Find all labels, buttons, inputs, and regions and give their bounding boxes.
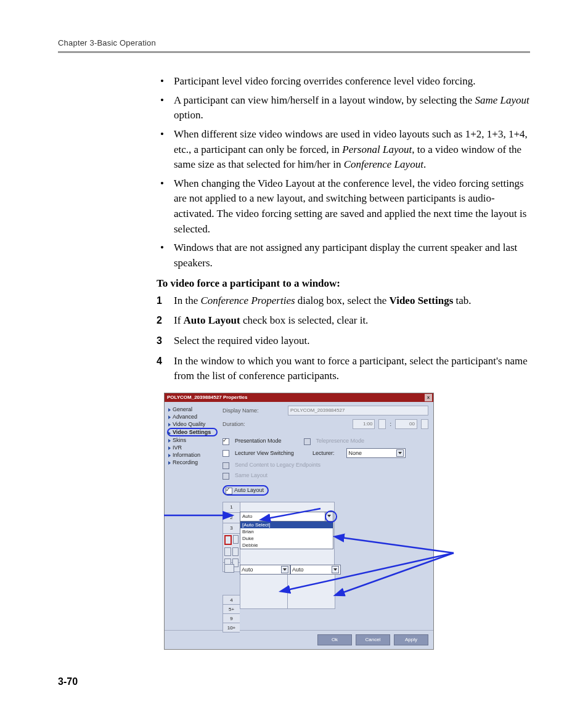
- close-icon[interactable]: x: [425, 394, 432, 401]
- sidebar-item-video-settings[interactable]: Video Settings: [167, 428, 218, 436]
- duration-hours-spinner[interactable]: [378, 419, 386, 429]
- layout-icon[interactable]: [224, 564, 234, 573]
- telepresence-mode-label: Telepresence Mode: [316, 438, 365, 444]
- layout-icon[interactable]: [232, 547, 239, 556]
- sidebar-item-information[interactable]: Information: [168, 451, 218, 459]
- sidebar-item-video-quality[interactable]: Video Quality: [168, 420, 218, 428]
- auto-layout-checkbox[interactable]: [226, 488, 232, 494]
- dialog-title: POLYCOM_2039884527 Properties: [167, 395, 247, 400]
- step-item: 1In the Conference Properties dialog box…: [157, 293, 530, 309]
- lecturer-view-label: Lecturer View Switching: [235, 450, 294, 456]
- auto-layout-option[interactable]: Auto Layout: [223, 485, 269, 496]
- sidebar-item-general[interactable]: General: [168, 406, 218, 413]
- chevron-down-icon: [332, 566, 339, 573]
- participant-dropdown-value: Auto: [240, 512, 325, 521]
- page-number: 3-70: [58, 676, 78, 687]
- apply-button[interactable]: Apply: [394, 634, 428, 645]
- step-item: 2If Auto Layout check box is selected, c…: [157, 313, 530, 329]
- sidebar-item-advanced[interactable]: Advanced: [168, 413, 218, 420]
- layout-tab-9[interactable]: 9: [223, 613, 240, 623]
- duration-label: Duration:: [223, 421, 284, 427]
- same-layout-label: Same Layout: [235, 472, 267, 478]
- display-name-label: Display Name:: [223, 407, 284, 414]
- telepresence-mode-checkbox[interactable]: [304, 438, 311, 445]
- dialog-figure: POLYCOM_2039884527 Properties x General …: [164, 393, 530, 650]
- step-item: 4In the window to which you want to forc…: [157, 354, 530, 384]
- layout-tab-1[interactable]: 1: [223, 502, 240, 513]
- ok-button[interactable]: Ok: [317, 634, 352, 645]
- bullet-item: Windows that are not assigned any partic…: [157, 240, 530, 271]
- duration-minutes-field[interactable]: 00: [395, 419, 417, 429]
- lecturer-select[interactable]: None: [346, 448, 406, 458]
- layout-tab-3[interactable]: 3: [223, 523, 240, 534]
- participant-dropdown[interactable]: Auto [Auto Select] Brian Duke Debbie: [240, 512, 333, 549]
- layout-tab-10plus[interactable]: 10+: [223, 623, 240, 632]
- presentation-mode-checkbox[interactable]: [223, 438, 229, 445]
- lecturer-label: Lecturer:: [312, 450, 335, 456]
- lower-left-select[interactable]: Auto: [240, 565, 290, 575]
- cancel-button[interactable]: Cancel: [356, 634, 390, 645]
- properties-dialog: POLYCOM_2039884527 Properties x General …: [164, 393, 434, 650]
- chevron-down-icon: [281, 566, 288, 573]
- page: Chapter 3-Basic Operation Participant le…: [0, 0, 588, 712]
- duration-hours-field[interactable]: 1:00: [353, 419, 375, 429]
- bullet-list: Participant level video forcing override…: [157, 74, 530, 271]
- bullet-item: When changing the Video Layout at the co…: [157, 176, 530, 237]
- sidebar-item-skins[interactable]: Skins: [168, 436, 218, 444]
- sidebar-item-recording[interactable]: Recording: [168, 459, 218, 466]
- step-item: 3Select the required video layout.: [157, 333, 530, 349]
- chapter-header: Chapter 3-Basic Operation: [58, 38, 530, 47]
- send-content-checkbox: [223, 462, 229, 469]
- presentation-mode-label: Presentation Mode: [235, 438, 282, 444]
- bullet-item: Participant level video forcing override…: [157, 74, 530, 89]
- dialog-main-pane: Display Name: POLYCOM_2039884527 Duratio…: [223, 406, 428, 630]
- callout-circle: [325, 510, 337, 523]
- auto-layout-label: Auto Layout: [234, 487, 264, 493]
- layout-tab-4[interactable]: 4: [223, 595, 240, 605]
- dropdown-option[interactable]: Duke: [240, 535, 333, 542]
- layout-tab-5plus[interactable]: 5+: [223, 604, 240, 614]
- same-layout-checkbox: [223, 473, 229, 480]
- lecturer-view-checkbox[interactable]: [223, 450, 229, 457]
- participant-dropdown-list: [Auto Select] Brian Duke Debbie: [240, 522, 333, 549]
- dialog-titlebar: POLYCOM_2039884527 Properties x: [165, 393, 433, 402]
- send-content-label: Send Content to Legacy Endpoints: [235, 462, 321, 468]
- display-name-field[interactable]: POLYCOM_2039884527: [288, 406, 428, 415]
- sidebar-item-ivr[interactable]: IVR: [168, 444, 218, 451]
- header-rule: [58, 51, 530, 53]
- body-text: Participant level video forcing override…: [157, 74, 530, 650]
- layout-tab-2[interactable]: 2: [223, 512, 240, 523]
- chevron-down-icon: [396, 449, 404, 457]
- bullet-item: A participant can view him/herself in a …: [157, 93, 530, 123]
- steps-list: 1In the Conference Properties dialog box…: [157, 293, 530, 384]
- layout-icon[interactable]: [224, 535, 232, 545]
- duration-separator: :: [390, 421, 391, 427]
- procedure-heading: To video force a participant to a window…: [157, 277, 530, 290]
- lower-selects: Auto Auto: [240, 565, 341, 575]
- dropdown-option[interactable]: Brian: [240, 528, 333, 535]
- bullet-item: When different size video windows are us…: [157, 127, 530, 173]
- lower-right-select[interactable]: Auto: [290, 565, 341, 575]
- layout-icon[interactable]: [224, 547, 231, 556]
- duration-minutes-spinner[interactable]: [421, 419, 428, 429]
- dropdown-option[interactable]: [Auto Select]: [240, 522, 333, 528]
- layout-icon[interactable]: [233, 535, 239, 544]
- dropdown-option[interactable]: Debbie: [240, 542, 333, 549]
- dialog-buttons: Ok Cancel Apply: [165, 630, 433, 649]
- dialog-sidebar: General Advanced Video Quality Video Set…: [168, 406, 218, 630]
